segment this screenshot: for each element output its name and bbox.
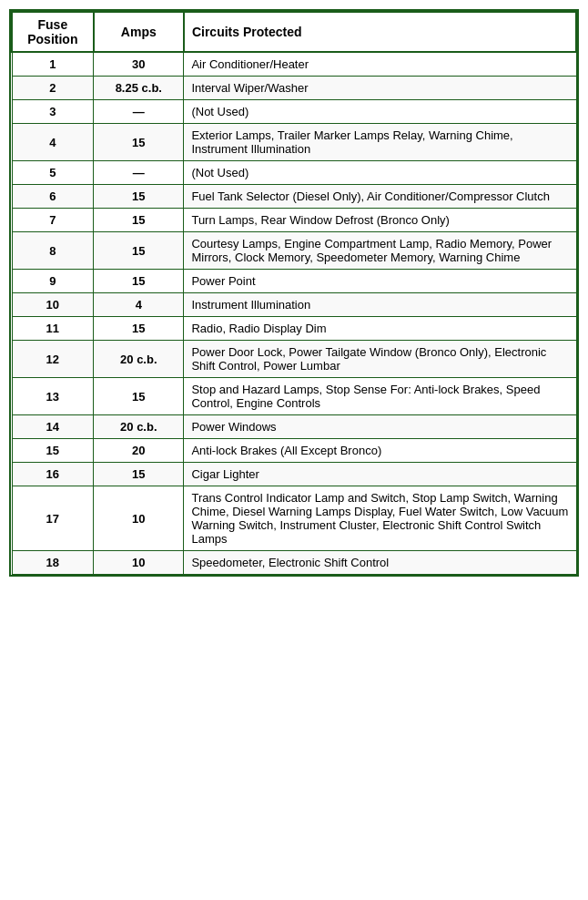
cell-circuits: Exterior Lamps, Trailer Marker Lamps Rel… <box>184 124 576 161</box>
cell-amps: 20 c.b. <box>94 341 184 378</box>
cell-amps: — <box>94 100 184 124</box>
cell-amps: 10 <box>94 486 184 551</box>
cell-position: 11 <box>12 317 94 341</box>
cell-circuits: Radio, Radio Display Dim <box>184 317 576 341</box>
cell-circuits: Anti-lock Brakes (All Except Bronco) <box>184 439 576 463</box>
cell-circuits: Speedometer, Electronic Shift Control <box>184 551 576 575</box>
cell-amps: 20 c.b. <box>94 415 184 439</box>
cell-circuits: Interval Wiper/Washer <box>184 77 576 100</box>
cell-circuits: Power Door Lock, Power Tailgate Window (… <box>184 341 576 378</box>
header-row: FusePosition Amps Circuits Protected <box>12 12 576 52</box>
cell-amps: 20 <box>94 439 184 463</box>
cell-circuits: Instrument Illumination <box>184 293 576 317</box>
table-row: 915Power Point <box>12 270 576 293</box>
cell-circuits: (Not Used) <box>184 161 576 185</box>
table-row: 815Courtesy Lamps, Engine Compartment La… <box>12 232 576 270</box>
cell-circuits: Power Point <box>184 270 576 293</box>
cell-position: 10 <box>12 293 94 317</box>
cell-circuits: Stop and Hazard Lamps, Stop Sense For: A… <box>184 378 576 415</box>
table-row: 5—(Not Used) <box>12 161 576 185</box>
cell-position: 16 <box>12 463 94 486</box>
table-row: 1315Stop and Hazard Lamps, Stop Sense Fo… <box>12 378 576 415</box>
cell-position: 7 <box>12 209 94 232</box>
cell-position: 12 <box>12 341 94 378</box>
cell-amps: 15 <box>94 317 184 341</box>
header-amps: Amps <box>94 12 184 52</box>
cell-amps: 10 <box>94 551 184 575</box>
cell-amps: — <box>94 161 184 185</box>
cell-amps: 8.25 c.b. <box>94 77 184 100</box>
cell-amps: 15 <box>94 185 184 209</box>
table-row: 1220 c.b.Power Door Lock, Power Tailgate… <box>12 341 576 378</box>
cell-position: 3 <box>12 100 94 124</box>
cell-circuits: Power Windows <box>184 415 576 439</box>
table-row: 1615Cigar Lighter <box>12 463 576 486</box>
cell-position: 15 <box>12 439 94 463</box>
cell-amps: 4 <box>94 293 184 317</box>
header-position: FusePosition <box>12 12 94 52</box>
cell-amps: 15 <box>94 463 184 486</box>
table-row: 1710Trans Control Indicator Lamp and Swi… <box>12 486 576 551</box>
cell-amps: 15 <box>94 124 184 161</box>
cell-amps: 15 <box>94 209 184 232</box>
fuse-table: FusePosition Amps Circuits Protected 130… <box>11 11 577 575</box>
table-row: 28.25 c.b.Interval Wiper/Washer <box>12 77 576 100</box>
cell-circuits: Turn Lamps, Rear Window Defrost (Bronco … <box>184 209 576 232</box>
table-row: 1520Anti-lock Brakes (All Except Bronco) <box>12 439 576 463</box>
cell-position: 17 <box>12 486 94 551</box>
cell-position: 14 <box>12 415 94 439</box>
cell-position: 6 <box>12 185 94 209</box>
cell-position: 8 <box>12 232 94 270</box>
cell-position: 13 <box>12 378 94 415</box>
cell-position: 1 <box>12 52 94 77</box>
table-row: 715Turn Lamps, Rear Window Defrost (Bron… <box>12 209 576 232</box>
table-row: 104Instrument Illumination <box>12 293 576 317</box>
table-body: 130Air Conditioner/Heater28.25 c.b.Inter… <box>12 52 576 575</box>
cell-circuits: (Not Used) <box>184 100 576 124</box>
table-row: 130Air Conditioner/Heater <box>12 52 576 77</box>
cell-amps: 15 <box>94 378 184 415</box>
cell-circuits: Cigar Lighter <box>184 463 576 486</box>
table-row: 615Fuel Tank Selector (Diesel Only), Air… <box>12 185 576 209</box>
cell-position: 18 <box>12 551 94 575</box>
cell-circuits: Fuel Tank Selector (Diesel Only), Air Co… <box>184 185 576 209</box>
cell-amps: 15 <box>94 270 184 293</box>
cell-circuits: Air Conditioner/Heater <box>184 52 576 77</box>
fuse-table-container: FusePosition Amps Circuits Protected 130… <box>9 9 579 577</box>
table-row: 415Exterior Lamps, Trailer Marker Lamps … <box>12 124 576 161</box>
cell-circuits: Courtesy Lamps, Engine Compartment Lamp,… <box>184 232 576 270</box>
cell-position: 2 <box>12 77 94 100</box>
cell-position: 5 <box>12 161 94 185</box>
table-row: 1420 c.b.Power Windows <box>12 415 576 439</box>
cell-amps: 15 <box>94 232 184 270</box>
cell-position: 9 <box>12 270 94 293</box>
cell-amps: 30 <box>94 52 184 77</box>
table-row: 1115Radio, Radio Display Dim <box>12 317 576 341</box>
header-circuits: Circuits Protected <box>184 12 576 52</box>
table-row: 3—(Not Used) <box>12 100 576 124</box>
cell-position: 4 <box>12 124 94 161</box>
table-row: 1810Speedometer, Electronic Shift Contro… <box>12 551 576 575</box>
cell-circuits: Trans Control Indicator Lamp and Switch,… <box>184 486 576 551</box>
